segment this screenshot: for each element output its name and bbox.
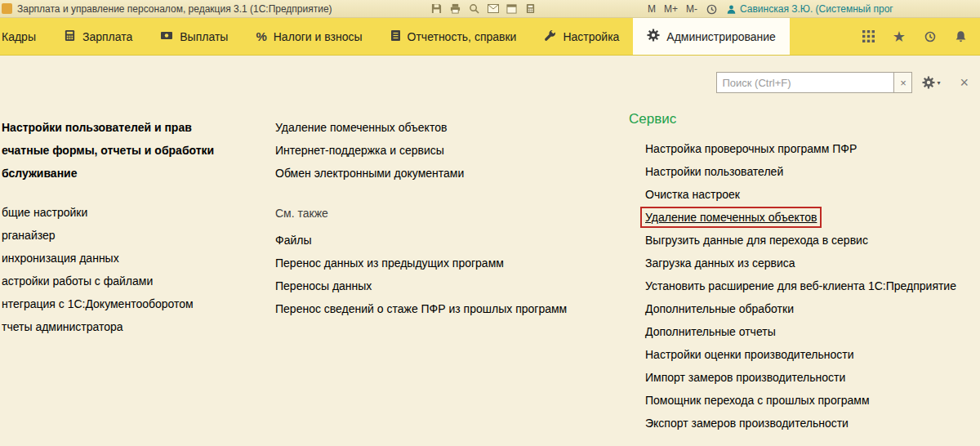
tab-administrirovanie[interactable]: Администрирование	[633, 18, 790, 55]
tabbar-tools: ★	[862, 18, 980, 55]
percent-icon: %	[256, 29, 266, 43]
quick-access-toolbar	[430, 2, 537, 15]
memory-m-button[interactable]: М	[648, 3, 656, 15]
search-box: ×	[716, 72, 912, 93]
command-link[interactable]: Помощник перехода с прошлых программ	[645, 389, 956, 412]
mail-icon[interactable]	[487, 2, 499, 15]
command-link[interactable]: Экспорт замеров производительности	[645, 412, 956, 435]
window-title: Зарплата и управление персоналом, редакц…	[17, 3, 332, 15]
command-link[interactable]: Переносы данных	[275, 274, 567, 297]
command-link-highlighted[interactable]: Удаление помеченных объектов	[640, 207, 822, 228]
history-icon[interactable]	[924, 30, 937, 43]
report-icon	[390, 29, 401, 44]
command-link[interactable]: Загрузка данных из сервиса	[645, 252, 956, 274]
calculator-icon[interactable]	[524, 2, 537, 15]
command-link[interactable]: Дополнительные обработки	[645, 297, 956, 320]
tab-zarplata[interactable]: Зарплата	[50, 18, 146, 55]
command-link[interactable]: Установить расширение для веб-клиента 1С…	[645, 274, 956, 297]
user-icon	[726, 4, 737, 15]
service-column: Сервис Настройка проверочных программ ПФ…	[629, 109, 956, 435]
titlebar-right: М М+ М- Савинская З.Ю. (Системный прог	[648, 0, 893, 18]
command-link[interactable]: Выгрузить данные для перехода в сервис	[645, 229, 956, 252]
command-link[interactable]: Интернет-поддержка и сервисы	[275, 139, 567, 162]
group-link[interactable]: Настройки пользователей и прав	[2, 116, 214, 139]
tab-nastroika[interactable]: Настройка	[530, 18, 633, 55]
search-clear-button[interactable]: ×	[894, 72, 912, 93]
notifications-bell-icon[interactable]	[955, 30, 967, 43]
admin-function-panel: Настройки пользователей и прав ечатные ф…	[0, 114, 980, 446]
command-link[interactable]: Импорт замеров производительности	[645, 366, 956, 389]
command-link[interactable]: Настройки оценки производительности	[645, 343, 956, 366]
tab-kadry[interactable]: Кадры	[0, 18, 50, 55]
print-icon[interactable]	[449, 2, 461, 15]
highlighted-link-wrapper: Удаление помеченных объектов	[645, 211, 822, 224]
panel-settings-button[interactable]: ▾	[922, 76, 940, 89]
memory-mminus-button[interactable]: М-	[686, 3, 697, 15]
tab-label: Зарплата	[82, 30, 132, 43]
chevron-down-icon: ▾	[937, 79, 940, 87]
favorites-star-icon[interactable]: ★	[893, 29, 906, 44]
command-link[interactable]: Очистка настроек	[645, 183, 956, 206]
command-link[interactable]: Дополнительные отчеты	[645, 320, 956, 343]
gear-icon	[922, 76, 935, 89]
left-column: Настройки пользователей и прав ечатные ф…	[2, 116, 214, 338]
command-link[interactable]: Настройка проверочных программ ПФР	[645, 137, 956, 160]
command-link[interactable]: бщие настройки	[2, 201, 214, 224]
command-link[interactable]: Настройки пользователей	[645, 160, 956, 183]
app-logo-icon	[2, 3, 12, 14]
tab-label: Настройка	[563, 30, 619, 43]
command-link[interactable]: Файлы	[275, 229, 567, 252]
group-link[interactable]: ечатные формы, отчеты и обработки	[2, 139, 214, 162]
calendar-icon[interactable]	[506, 2, 518, 15]
left-links: бщие настройки рганайзер инхронизация да…	[2, 201, 214, 338]
service-links: Настройка проверочных программ ПФР Настр…	[645, 137, 956, 435]
tab-label: Налоги и взносы	[274, 30, 363, 43]
tab-label: Кадры	[2, 30, 36, 43]
see-also-links: Файлы Перенос данных из предыдущих прогр…	[275, 229, 567, 320]
panel-close-button[interactable]: ×	[960, 75, 969, 90]
group-link[interactable]: бслуживание	[2, 162, 214, 185]
history-icon[interactable]	[706, 3, 718, 16]
tab-nalogi-i-vznosy[interactable]: % Налоги и взносы	[242, 18, 376, 55]
search-input[interactable]	[716, 72, 894, 93]
tab-vyplaty[interactable]: Выплаты	[146, 18, 242, 55]
tab-label: Выплаты	[180, 30, 228, 43]
titlebar: Зарплата и управление персоналом, редакц…	[0, 0, 980, 18]
tab-label: Администрирование	[666, 30, 776, 43]
wrench-icon	[544, 29, 556, 44]
command-link[interactable]: Перенос данных из предыдущих программ	[275, 252, 567, 274]
memory-mplus-button[interactable]: М+	[664, 3, 678, 15]
command-link[interactable]: Обмен электронными документами	[275, 162, 567, 185]
command-link[interactable]: астройки работы с файлами	[2, 270, 214, 292]
search-magnifier-icon[interactable]	[468, 2, 480, 15]
see-also-header: См. также	[275, 202, 567, 225]
middle-column: Удаление помеченных объектов Интернет-по…	[275, 116, 567, 320]
apps-grid-icon[interactable]	[862, 30, 875, 42]
current-user-link[interactable]: Савинская З.Ю. (Системный прог	[726, 3, 893, 15]
panel-search-row: × ▾ ×	[716, 72, 969, 93]
command-link[interactable]: инхронизация данных	[2, 247, 214, 270]
calculator-icon	[64, 29, 76, 44]
command-link[interactable]: нтеграция с 1С:Документооборотом	[2, 292, 214, 315]
section-tabbar: Кадры Зарплата Выплаты % Налоги и взносы…	[0, 18, 980, 56]
gear-icon	[647, 29, 660, 44]
service-section-header: Сервис	[629, 109, 956, 129]
save-icon[interactable]	[430, 2, 443, 15]
current-user-label: Савинская З.Ю. (Системный прог	[740, 3, 893, 15]
command-link[interactable]: Перенос сведений о стаже ПФР из прошлых …	[275, 297, 567, 320]
command-link[interactable]: Удаление помеченных объектов	[275, 116, 567, 139]
banknote-icon	[160, 30, 173, 43]
command-link[interactable]: рганайзер	[2, 224, 214, 247]
app-window: Зарплата и управление персоналом, редакц…	[0, 0, 980, 446]
tab-otchetnost-spravki[interactable]: Отчетность, справки	[376, 18, 531, 55]
command-link[interactable]: тчеты администратора	[2, 315, 214, 338]
tab-label: Отчетность, справки	[408, 30, 517, 43]
